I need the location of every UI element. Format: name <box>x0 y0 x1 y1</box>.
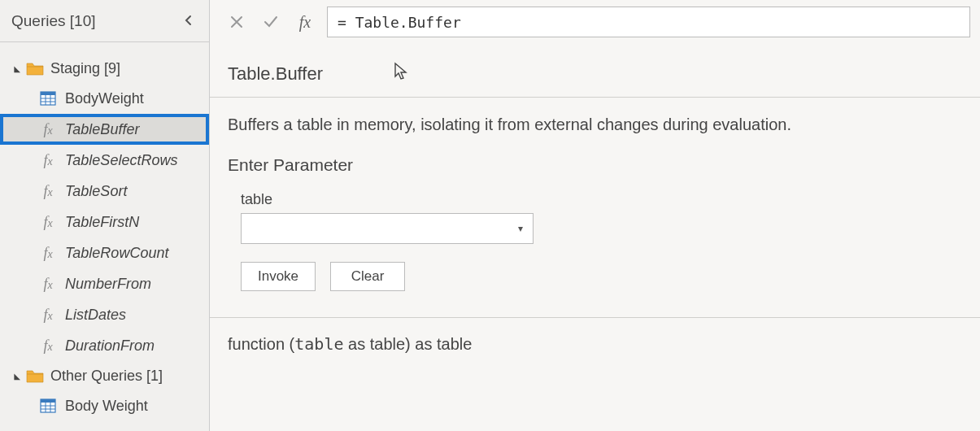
group-label: Staging [9] <box>50 60 120 77</box>
folder-icon <box>26 369 44 383</box>
query-item[interactable]: fxListDates <box>0 299 209 330</box>
query-item-label: BodyWeight <box>65 90 144 107</box>
folder-icon <box>26 62 44 76</box>
invoke-button[interactable]: Invoke <box>241 262 316 291</box>
sidebar-header: Queries [10] <box>0 0 209 42</box>
query-item[interactable]: fxTableSelectRows <box>0 145 209 176</box>
table-icon <box>39 89 57 107</box>
query-item[interactable]: fxTableRowCount <box>0 237 209 268</box>
formula-input[interactable] <box>327 7 970 37</box>
group-row[interactable]: ◢Other Queries [1] <box>0 361 209 390</box>
parameter-select[interactable]: ▾ <box>241 213 534 244</box>
fx-icon: fx <box>39 275 57 293</box>
svg-rect-1 <box>41 92 55 95</box>
query-item[interactable]: Body Weight <box>0 390 209 421</box>
function-title-row: Table.Buffer <box>210 41 980 97</box>
fx-icon: fx <box>39 213 57 231</box>
chevron-down-icon: ▾ <box>518 223 523 234</box>
query-item-label: ListDates <box>65 307 126 324</box>
parameter-label: table <box>241 191 962 208</box>
query-tree: ◢Staging [9]BodyWeightfxTableBufferfxTab… <box>0 42 209 421</box>
parameter-section: Enter Parameter table ▾ Invoke Clear <box>210 155 980 317</box>
queries-sidebar: Queries [10] ◢Staging [9]BodyWeightfxTab… <box>0 0 210 431</box>
group-label: Other Queries [1] <box>50 368 163 385</box>
svg-rect-7 <box>41 399 55 403</box>
formula-bar: fx <box>210 0 980 41</box>
group-row[interactable]: ◢Staging [9] <box>0 54 209 83</box>
signature-arg: table <box>294 334 343 354</box>
query-item-label: TableFirstN <box>65 214 139 231</box>
query-item-label: NumberFrom <box>65 276 151 293</box>
query-item[interactable]: fxNumberFrom <box>0 268 209 299</box>
query-item[interactable]: fxTableFirstN <box>0 207 209 237</box>
fx-icon: fx <box>39 120 57 138</box>
cancel-formula-button[interactable] <box>220 7 254 37</box>
chevron-left-icon <box>183 15 194 26</box>
query-item-label: Body Weight <box>65 398 148 415</box>
collapse-sidebar-button[interactable] <box>178 8 199 33</box>
table-icon <box>39 397 57 415</box>
signature-prefix: function ( <box>228 335 294 353</box>
signature-suffix: as table) as table <box>343 335 472 353</box>
fx-icon: fx <box>39 337 57 355</box>
query-item-label: TableSelectRows <box>65 152 177 169</box>
query-item-label: DurationFrom <box>65 337 155 355</box>
fx-icon: fx <box>39 306 57 324</box>
query-item[interactable]: fxTableSort <box>0 176 209 207</box>
query-item[interactable]: fxDurationFrom <box>0 330 209 361</box>
check-icon <box>263 14 279 30</box>
x-icon <box>229 15 244 29</box>
query-item[interactable]: BodyWeight <box>0 83 209 114</box>
fx-icon: fx <box>39 244 57 262</box>
parameter-heading: Enter Parameter <box>228 155 962 175</box>
function-signature: function (table as table) as table <box>210 318 980 370</box>
commit-formula-button[interactable] <box>254 7 288 37</box>
function-description: Buffers a table in memory, isolating it … <box>210 98 980 155</box>
cursor-icon <box>393 62 409 85</box>
query-item[interactable]: fxTableBuffer <box>0 114 209 145</box>
sidebar-title: Queries [10] <box>11 12 96 30</box>
fx-icon: fx <box>39 182 57 200</box>
function-name: Table.Buffer <box>228 63 323 85</box>
main-panel: fx Table.Buffer Buffers a table in memor… <box>210 0 980 431</box>
fx-label: fx <box>288 7 322 37</box>
expand-arrow-icon: ◢ <box>11 64 23 73</box>
query-item-label: TableBuffer <box>65 121 139 138</box>
query-item-label: TableSort <box>65 183 127 200</box>
clear-button[interactable]: Clear <box>330 262 405 291</box>
query-item-label: TableRowCount <box>65 245 168 262</box>
button-row: Invoke Clear <box>241 262 962 291</box>
expand-arrow-icon: ◢ <box>11 372 23 381</box>
fx-icon: fx <box>39 151 57 169</box>
